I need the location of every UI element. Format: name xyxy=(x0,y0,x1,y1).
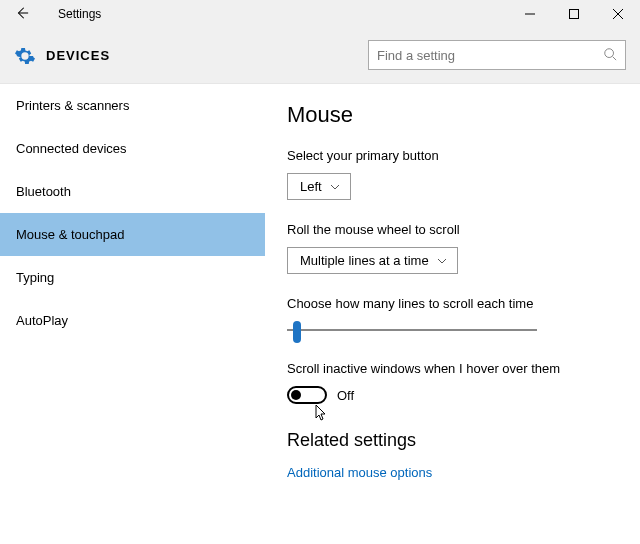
toggle-knob xyxy=(291,390,301,400)
svg-line-5 xyxy=(613,56,617,60)
lines-scroll-slider[interactable] xyxy=(287,321,537,339)
hover-scroll-toggle[interactable] xyxy=(287,386,327,404)
search-icon xyxy=(603,47,617,64)
page-title: Mouse xyxy=(287,102,616,128)
related-heading: Related settings xyxy=(287,430,616,451)
chevron-down-icon xyxy=(437,255,447,266)
wheel-scroll-label: Roll the mouse wheel to scroll xyxy=(287,222,616,237)
hover-scroll-label: Scroll inactive windows when I hover ove… xyxy=(287,361,616,376)
sidebar-item-typing[interactable]: Typing xyxy=(0,256,265,299)
sidebar-item-mouse-touchpad[interactable]: Mouse & touchpad xyxy=(0,213,265,256)
slider-thumb[interactable] xyxy=(293,321,301,343)
search-input[interactable] xyxy=(377,48,603,63)
wheel-scroll-select[interactable]: Multiple lines at a time xyxy=(287,247,458,274)
close-button[interactable] xyxy=(596,0,640,28)
window-title: Settings xyxy=(58,7,101,21)
svg-point-4 xyxy=(605,48,614,57)
sidebar-item-printers[interactable]: Printers & scanners xyxy=(0,84,265,127)
svg-rect-1 xyxy=(570,10,579,19)
sidebar: Printers & scanners Connected devices Bl… xyxy=(0,84,265,544)
primary-button-select[interactable]: Left xyxy=(287,173,351,200)
section-heading: DEVICES xyxy=(46,48,110,63)
gear-icon xyxy=(14,45,36,67)
back-button[interactable] xyxy=(10,6,34,23)
search-box[interactable] xyxy=(368,40,626,70)
hover-scroll-state: Off xyxy=(337,388,354,403)
sidebar-item-connected-devices[interactable]: Connected devices xyxy=(0,127,265,170)
minimize-button[interactable] xyxy=(508,0,552,28)
lines-scroll-label: Choose how many lines to scroll each tim… xyxy=(287,296,616,311)
additional-mouse-options-link[interactable]: Additional mouse options xyxy=(287,465,616,480)
header: DEVICES xyxy=(0,28,640,84)
titlebar: Settings xyxy=(0,0,640,28)
maximize-button[interactable] xyxy=(552,0,596,28)
wheel-scroll-value: Multiple lines at a time xyxy=(300,253,429,268)
sidebar-item-bluetooth[interactable]: Bluetooth xyxy=(0,170,265,213)
main-content: Mouse Select your primary button Left Ro… xyxy=(265,84,640,544)
primary-button-value: Left xyxy=(300,179,322,194)
slider-track xyxy=(287,329,537,331)
cursor-icon xyxy=(315,404,329,425)
sidebar-item-autoplay[interactable]: AutoPlay xyxy=(0,299,265,342)
primary-button-label: Select your primary button xyxy=(287,148,616,163)
chevron-down-icon xyxy=(330,181,340,192)
